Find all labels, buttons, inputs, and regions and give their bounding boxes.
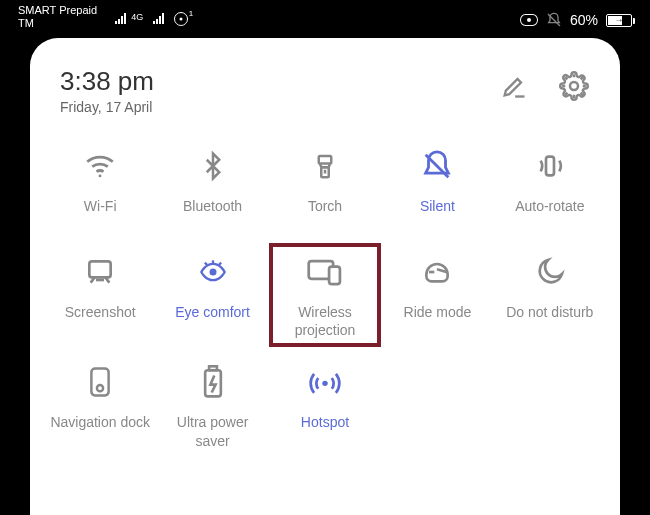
svg-line-14 [218, 263, 220, 265]
tile-ultra-power-saver[interactable]: Ultra power saver [156, 353, 268, 457]
svg-point-2 [570, 82, 578, 90]
svg-rect-20 [209, 367, 217, 371]
helmet-icon [421, 256, 453, 288]
silent-status-icon [546, 12, 562, 28]
moon-icon [534, 256, 566, 288]
tile-screenshot[interactable]: Screenshot [44, 243, 156, 347]
svg-point-11 [209, 269, 216, 276]
status-bar: SMART Prepaid TM 4G 60% → [0, 0, 650, 38]
tile-label: Hotspot [301, 413, 349, 431]
tile-label: Ultra power saver [163, 413, 263, 449]
battery-percent: 60% [570, 12, 598, 28]
panel-time: 3:38 pm [60, 66, 154, 97]
tile-label: Eye comfort [175, 303, 250, 321]
svg-rect-4 [319, 156, 332, 164]
signal-icon-2 [153, 12, 164, 26]
panel-date: Friday, 17 April [60, 99, 154, 115]
quick-settings-panel: 3:38 pm Friday, 17 April Wi-Fi [30, 38, 620, 515]
status-right-icons: 60% → [520, 12, 632, 28]
screenshot-icon [84, 256, 116, 288]
nav-dock-icon [87, 366, 113, 398]
tile-navigation-dock[interactable]: Navigation dock [44, 353, 156, 457]
tile-silent[interactable]: Silent [381, 137, 493, 237]
svg-point-18 [97, 385, 103, 391]
hotspot-icon [308, 367, 342, 397]
tile-label: Torch [308, 197, 342, 215]
tile-label: Do not disturb [506, 303, 593, 321]
tile-hotspot[interactable]: Hotspot [269, 353, 381, 457]
tile-wireless-projection[interactable]: Wireless projection [269, 243, 381, 347]
carrier-2: TM [18, 17, 97, 29]
gear-icon [559, 71, 589, 101]
tile-label: Screenshot [65, 303, 136, 321]
edit-button[interactable] [498, 70, 530, 102]
eye-comfort-status-icon [520, 14, 538, 26]
settings-button[interactable] [558, 70, 590, 102]
svg-rect-16 [329, 267, 340, 285]
pencil-icon [500, 72, 528, 100]
tile-label: Silent [420, 197, 455, 215]
status-carriers: SMART Prepaid TM [18, 4, 97, 29]
tile-label: Ride mode [404, 303, 472, 321]
bell-off-icon [420, 149, 454, 183]
tile-label: Navigation dock [50, 413, 150, 431]
tile-label: Bluetooth [183, 197, 242, 215]
tile-wifi[interactable]: Wi-Fi [44, 137, 156, 237]
wifi-icon [83, 149, 117, 183]
torch-icon [310, 148, 340, 184]
tile-do-not-disturb[interactable]: Do not disturb [494, 243, 606, 347]
wireless-projection-icon [306, 256, 344, 288]
bluetooth-icon [198, 149, 228, 183]
rotate-icon [533, 150, 567, 182]
panel-header: 3:38 pm Friday, 17 April [44, 66, 606, 133]
battery-bolt-icon [201, 365, 225, 399]
signal-icon-1: 4G [115, 12, 143, 26]
clock-block[interactable]: 3:38 pm Friday, 17 April [60, 66, 154, 115]
location-alert-icon [174, 12, 188, 26]
svg-rect-9 [90, 261, 111, 277]
tile-ride-mode[interactable]: Ride mode [381, 243, 493, 347]
tile-eye-comfort[interactable]: Eye comfort [156, 243, 268, 347]
svg-line-13 [204, 263, 206, 265]
status-left-icons: 4G [115, 12, 188, 26]
tile-bluetooth[interactable]: Bluetooth [156, 137, 268, 237]
svg-point-3 [99, 175, 102, 178]
quick-settings-grid: Wi-Fi Bluetooth Torch Silent Auto-rotate… [44, 137, 606, 458]
svg-point-21 [322, 381, 327, 386]
tile-label: Wireless projection [275, 303, 375, 339]
battery-icon: → [606, 14, 632, 27]
network-badge: 4G [131, 12, 143, 22]
eye-icon [195, 258, 231, 286]
tile-auto-rotate[interactable]: Auto-rotate [494, 137, 606, 237]
tile-torch[interactable]: Torch [269, 137, 381, 237]
carrier-1: SMART Prepaid [18, 4, 97, 16]
tile-label: Wi-Fi [84, 197, 117, 215]
tile-label: Auto-rotate [515, 197, 584, 215]
svg-rect-8 [546, 157, 554, 176]
